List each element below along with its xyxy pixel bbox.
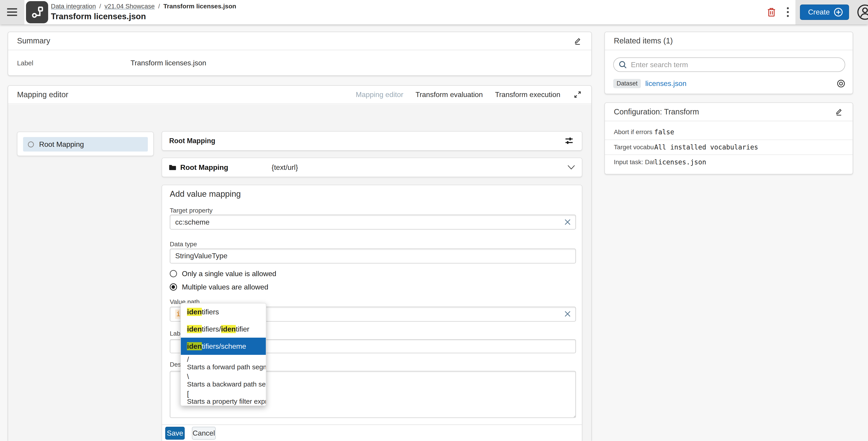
config-row-value: false [654,128,674,136]
target-property-input[interactable]: cc:scheme [170,215,576,230]
summary-edit-icon[interactable] [572,36,583,47]
mapping-nav-panel: Root Mapping [17,131,154,156]
transform-task-logo [26,1,48,23]
data-type-input[interactable]: StringValueType [170,248,576,263]
hint-description: Starts a property filter expression [187,398,260,405]
config-row-label: Target vocabul... [614,144,654,151]
delete-trash-icon[interactable] [766,6,777,18]
configuration-card: Configuration: Transform Abort if errors… [604,102,853,174]
target-property-value: cc:scheme [175,218,210,226]
related-items-header: Related items (1) [605,32,852,51]
hint-description: Starts a backward path segment [187,380,260,388]
transform-icon [29,4,45,20]
breadcrumb-current: Transform licenses.json [163,3,236,10]
breadcrumb-separator: / [158,3,160,10]
mapping-card-header: Mapping editor Mapping editor Transform … [8,86,591,104]
config-row-abort: Abort if errors ... false [605,125,852,140]
expand-fullscreen-icon[interactable] [572,90,583,100]
suggestion-identifiers[interactable]: identifiers [181,303,266,321]
application-header: Data integration / v21.04 Showcase / Tra… [0,0,868,24]
radio-single-label: Only a single value is allowed [182,270,276,278]
config-row-vocab: Target vocabul... All installed vocabula… [605,140,852,154]
radio-multiple-icon [170,283,177,291]
related-search-input[interactable] [631,61,840,69]
mapping-editor-card: Mapping editor Mapping editor Transform … [8,85,592,441]
hint-symbol: [ [187,390,260,398]
plus-circle-icon [834,7,843,17]
clear-value-path-icon[interactable] [564,310,571,318]
configuration-edit-icon[interactable] [834,107,844,117]
config-row-label: Abort if errors ... [614,128,654,136]
hint-description: Starts a forward path segment [187,363,260,371]
page-title: Transform licenses.json [51,12,236,21]
view-details-icon[interactable] [837,79,845,88]
breadcrumb-link-project[interactable]: v21.04 Showcase [104,3,155,10]
hint-symbol: \ [187,373,260,380]
hint-backward-path[interactable]: \ Starts a backward path segment [181,372,266,389]
config-row-value: All installed vocabularies [654,143,758,151]
cancel-button[interactable]: Cancel [192,427,216,439]
hint-symbol: / [187,356,260,363]
root-mapping-row[interactable]: Root Mapping {text/url} [162,158,582,177]
hint-forward-path[interactable]: / Starts a forward path segment [181,355,266,372]
create-button-label: Create [808,8,830,16]
suggestion-text: tifiers/scheme [202,342,246,350]
breadcrumb-separator: / [99,3,101,10]
radio-single-icon [170,270,177,277]
chevron-down-icon[interactable] [567,165,575,170]
folder-icon [168,164,176,171]
form-footer-divider [162,424,582,425]
tab-transform-execution[interactable]: Transform execution [495,90,560,99]
config-row-input-task: Input task: Dat... licenses.json [605,154,852,169]
config-row-value: licenses.json [654,158,706,166]
suggestion-identifiers-scheme-selected[interactable]: identifiers/scheme [181,337,266,355]
target-property-label: Target property [170,207,213,214]
tune-sliders-icon[interactable] [563,136,575,146]
radio-multiple-values[interactable]: Multiple values are allowed [170,283,268,291]
more-options-kebab-icon[interactable] [785,6,790,19]
suggestion-text: tifiers [202,308,219,316]
form-title: Add value mapping [170,189,241,199]
related-items-title: Related items (1) [614,36,673,45]
create-button[interactable]: Create [800,4,849,20]
breadcrumb-link-data-integration[interactable]: Data integration [51,3,96,10]
nav-item-label: Root Mapping [39,140,84,149]
suggestion-text: tifier [236,325,249,333]
related-item-row: Dataset licenses.json [613,77,845,90]
hamburger-menu-icon[interactable] [6,6,19,18]
tab-mapping-editor[interactable]: Mapping editor [356,90,403,99]
summary-row-key: Label [17,59,130,67]
value-path-suggestions-dropdown: identifiers identifiers/identifier ident… [180,303,266,406]
clear-target-property-icon[interactable] [564,218,571,226]
mapping-body: Root Mapping Root Mapping R [8,105,591,441]
radio-single-value[interactable]: Only a single value is allowed [170,270,276,278]
root-mapping-row-label: Root Mapping [180,163,228,172]
suggestion-text: tifiers/ [202,325,221,333]
match-highlight: iden [187,342,202,350]
mapping-panel-header: Root Mapping [162,131,582,151]
summary-row-value: Transform licenses.json [130,59,206,67]
tab-transform-evaluation[interactable]: Transform evaluation [415,90,483,99]
data-type-label: Data type [170,241,197,248]
data-type-value: StringValueType [175,252,227,260]
root-mapping-uri-pattern: {text/url} [272,163,298,172]
circle-node-icon [28,141,34,148]
summary-card: Summary Label Transform licenses.json [8,32,592,76]
radio-multiple-label: Multiple values are allowed [182,283,268,291]
mapping-tabs: Mapping editor Transform evaluation Tran… [356,90,583,100]
related-search-box [613,57,845,72]
summary-label-row: Label Transform licenses.json [8,50,591,76]
configuration-title: Configuration: Transform [614,108,699,116]
hint-property-filter[interactable]: [ Starts a property filter expression [181,389,266,406]
sidebar-toggle-zone [0,0,24,24]
related-item-link[interactable]: licenses.json [645,79,686,88]
save-button[interactable]: Save [165,427,185,439]
match-highlight: iden [221,325,236,333]
suggestion-identifiers-identifier[interactable]: identifiers/identifier [181,320,266,337]
header-text-block: Data integration / v21.04 Showcase / Tra… [51,3,236,21]
account-avatar-icon[interactable] [856,3,868,22]
breadcrumb: Data integration / v21.04 Showcase / Tra… [51,3,236,10]
configuration-body: Abort if errors ... false Target vocabul… [605,125,852,169]
nav-item-root-mapping[interactable]: Root Mapping [23,137,148,151]
header-actions [766,0,790,24]
